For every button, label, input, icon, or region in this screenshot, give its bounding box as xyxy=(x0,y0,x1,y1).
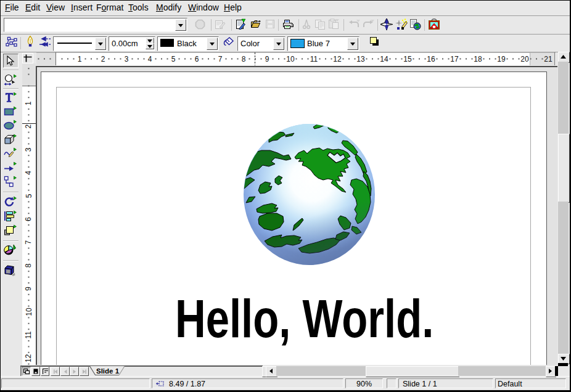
svg-text:6: 6 xyxy=(195,55,199,63)
svg-text:2: 2 xyxy=(25,125,33,129)
svg-text:10: 10 xyxy=(25,308,33,316)
svg-text:11: 11 xyxy=(25,331,33,339)
svg-text:16: 16 xyxy=(427,55,435,63)
svg-text:5: 5 xyxy=(171,55,176,63)
svg-text:4: 4 xyxy=(25,171,33,175)
svg-text:9: 9 xyxy=(25,287,33,291)
svg-text:4: 4 xyxy=(148,55,152,63)
svg-text:14: 14 xyxy=(380,55,388,63)
svg-text:8: 8 xyxy=(25,263,33,267)
svg-text:11: 11 xyxy=(310,55,318,63)
svg-text:3: 3 xyxy=(125,55,129,63)
svg-text:12: 12 xyxy=(333,55,342,63)
svg-text:10: 10 xyxy=(286,55,295,63)
svg-text:12: 12 xyxy=(25,354,33,362)
svg-text:20: 20 xyxy=(520,55,529,63)
svg-text:1: 1 xyxy=(78,55,82,63)
svg-text:15: 15 xyxy=(403,55,412,63)
svg-text:5: 5 xyxy=(25,194,33,198)
svg-text:1: 1 xyxy=(25,101,33,105)
svg-text:2: 2 xyxy=(101,55,105,63)
svg-text:13: 13 xyxy=(356,55,365,63)
svg-text:7: 7 xyxy=(218,55,223,63)
svg-text:6: 6 xyxy=(25,217,33,221)
svg-text:17: 17 xyxy=(450,55,459,63)
svg-text:19: 19 xyxy=(497,55,506,63)
svg-text:18: 18 xyxy=(474,55,482,63)
svg-text:7: 7 xyxy=(25,240,33,245)
svg-text:3: 3 xyxy=(25,147,33,152)
svg-text:21: 21 xyxy=(544,55,553,63)
svg-text:9: 9 xyxy=(265,55,269,63)
svg-text:8: 8 xyxy=(242,55,246,63)
